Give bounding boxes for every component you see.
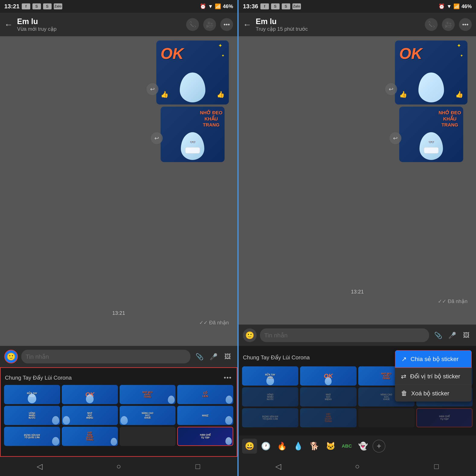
video-icon-left[interactable]: 🎥 [203, 18, 216, 31]
emoji-tray-smiley[interactable]: 😀 [242, 439, 257, 454]
fb-icon-right: f [260, 3, 269, 9]
nav-home-right[interactable]: ○ [349, 458, 366, 475]
emoji-button-right[interactable]: 🙂 [243, 328, 256, 342]
sticker-more-left[interactable]: ••• [223, 373, 232, 382]
time-left: 13:21 [4, 3, 20, 10]
sticker-panel-title-right: Chung Tay Đẩy Lùi Corona [243, 354, 310, 361]
sparkle1-right: ✦ [457, 43, 461, 49]
nav-recent-right[interactable]: □ [428, 458, 445, 475]
sticker-ok-big: OK ✦ ✦ 👍 👍 [156, 40, 229, 104]
sticker-rua-tay-left[interactable]: RỬA TAY NÀO [4, 385, 60, 404]
message-input-left[interactable]: Tin nhắn [21, 350, 190, 363]
emoji-tray-cat[interactable]: 🐱 [323, 439, 338, 454]
signal-icon-right: 📶 [453, 3, 460, 9]
attach-icon-right[interactable]: 📎 [432, 330, 443, 341]
forward-btn-mask[interactable]: ↩ [151, 132, 163, 144]
back-button-left[interactable]: ← [4, 20, 13, 29]
chat-timestamp-left: 13:21 [112, 310, 125, 316]
forward-btn-ok[interactable]: ↩ [147, 83, 158, 95]
phone-icon-left[interactable]: 📞 [186, 18, 199, 31]
delete-sticker-label: Xoá bộ sticker [411, 390, 449, 397]
status-bar-right: 13:36 f S S Zalo ⏰ ▼ 📶 46% [239, 0, 476, 13]
sparkle2: ✦ [221, 53, 224, 58]
sparkle2-right: ✦ [460, 53, 463, 58]
more-icon-right[interactable]: ••• [459, 18, 472, 31]
phone-icon-right[interactable]: 📞 [425, 18, 438, 31]
signal-icon: 📶 [215, 3, 221, 9]
sticker-viet-nam-left[interactable]: VIỆT NAM QUYẾT THẮNG [62, 427, 118, 446]
sticker-han-che-left[interactable]: HẠN CHẾ TỤ TẬP [177, 427, 233, 446]
ok-text-big-right: OK [399, 45, 422, 62]
shop2-icon: S [43, 3, 51, 9]
emoji-tray-fire[interactable]: 🔥 [274, 439, 289, 454]
nav-back-left[interactable]: ◁ [31, 458, 48, 475]
user-info-left: Em lu Vừa mới truy cập [17, 17, 182, 32]
sticker-dung-yen-left[interactable]: ĐỪNG VÉN KHI TỔ QUỐC CẦN [4, 427, 60, 446]
chat-timestamp-right: 13:21 [351, 289, 364, 295]
sticker-grid-left: RỬA TAY NÀO OK NHỚ ĐEO KHẨU TRANG CỐ LÊN… [4, 385, 233, 446]
sticker-mask-big-right: NHỚ ĐEOKHẨUTRANG 👓 [399, 107, 463, 162]
sticker-han-che-right[interactable]: HẠN CHẾ TỤ TẬP [416, 408, 473, 427]
sticker-suc-mieng-right[interactable]: NHỚ SÚC MIỆNG [300, 387, 356, 407]
chat-header-left: ← Em lu Vừa mới truy cập 📞 🎥 ••• [0, 13, 237, 36]
emoji-tray-add[interactable]: + [373, 440, 385, 453]
image-icon-right[interactable]: 🖼 [461, 330, 472, 341]
battery-left: 46% [223, 3, 233, 9]
back-button-right[interactable]: ← [243, 20, 252, 29]
nav-bar-left: ◁ ○ □ [0, 457, 237, 476]
received-status-left: ✓✓ Đã nhận [199, 320, 229, 326]
image-icon-left[interactable]: 🖼 [222, 351, 233, 362]
message-input-right[interactable]: Tin nhắn [260, 328, 429, 342]
thumb-right: 👍 [217, 91, 224, 98]
sticker-panel-right: Chung Tay Đẩy Lùi Corona ••• RỬA TAY NÀO… [239, 346, 476, 436]
emoji-button-left[interactable]: 🙂 [4, 350, 18, 363]
forward-btn-ok-right[interactable]: ↩ [385, 83, 397, 95]
sticker-panel-header-left: Chung Tay Đẩy Lùi Corona ••• [4, 371, 233, 385]
left-panel: 13:21 f S S Zalo ⏰ ▼ 📶 46% ← Em lu Vừa m… [0, 0, 237, 476]
emoji-tray-abc[interactable]: ABC [339, 439, 354, 454]
video-icon-right[interactable]: 🎥 [442, 18, 455, 31]
glasses-icon: 👓 [190, 139, 196, 145]
wifi-icon: ▼ [208, 3, 213, 9]
dropdown-reorder-sticker[interactable]: ⇄ Đổi vị trí bộ sticker [395, 368, 472, 385]
emoji-tray-ghost[interactable]: 👻 [356, 439, 371, 454]
sticker-dung-yen-right[interactable]: ĐỪNG VÉN KHI TỔ QUỐC CẦN [242, 408, 298, 427]
sticker-ok-left[interactable]: OK [62, 385, 118, 404]
sticker-haiz-left[interactable]: HAIZ [177, 406, 233, 425]
sticker-suc-mieng-left[interactable]: NHỚ SÚC MIỆNG [62, 406, 118, 425]
more-icon-left[interactable]: ••• [220, 18, 233, 31]
forward-btn-mask-right[interactable]: ↩ [390, 132, 401, 144]
sticker-nang-suc-left[interactable]: NÂNG CAO SỨC KHOẺ [120, 406, 176, 425]
dropdown-share-sticker[interactable]: ↗ Chia sẻ bộ sticker [395, 350, 472, 368]
nav-recent-left[interactable]: □ [189, 458, 206, 475]
thumb-right-right: 👍 [455, 91, 463, 98]
mic-icon-left[interactable]: 🎤 [208, 351, 219, 362]
sticker-uong-nuoc-left[interactable]: UỐNG NHIỀU NƯỚC [4, 406, 60, 425]
nav-back-right[interactable]: ◁ [270, 458, 287, 475]
input-bar-left: 🙂 Tin nhắn 📎 🎤 🖼 [0, 346, 237, 367]
mic-icon-right[interactable]: 🎤 [447, 330, 458, 341]
emoji-tray-water[interactable]: 💧 [291, 439, 306, 454]
nav-home-left[interactable]: ○ [110, 458, 127, 475]
delete-icon: 🗑 [401, 390, 407, 397]
header-icons-right: 📞 🎥 ••• [425, 18, 472, 31]
user-info-right: Em lu Truy cập 15 phút trước [256, 17, 421, 32]
sticker-rua-tay-right[interactable]: RỬA TAY NÀO [242, 366, 298, 386]
user-status-left: Vừa mới truy cập [17, 26, 182, 32]
sticker-ok-right[interactable]: OK [300, 366, 356, 386]
sticker-viet-nam-right[interactable]: VIỆT NAM QUYẾT THẮNG [300, 408, 356, 427]
sticker-uong-nuoc-right[interactable]: UỐNG NHIỀU NƯỚC [242, 387, 298, 407]
attach-icon-left[interactable]: 📎 [194, 351, 205, 362]
emoji-tray-dog[interactable]: 🐕 [307, 439, 322, 454]
emoji-tray-right: 😀 🕐 🔥 💧 🐕 🐱 ABC 👻 + [239, 436, 476, 457]
sticker-panel-title-left: Chung Tay Đẩy Lùi Corona [5, 374, 72, 381]
ok-text-big: OK [161, 45, 184, 62]
time-right: 13:36 [243, 3, 258, 10]
sticker-khau-trang-left[interactable]: NHỚ ĐEO KHẨU TRANG [120, 385, 176, 404]
received-status-right: ✓✓ Đã nhận [438, 298, 467, 304]
right-panel: 13:36 f S S Zalo ⏰ ▼ 📶 46% ← Em lu Truy … [239, 0, 476, 476]
sticker-co-len-left[interactable]: CỐ LÊN [177, 385, 233, 404]
emoji-tray-recent[interactable]: 🕐 [258, 439, 273, 454]
dropdown-delete-sticker[interactable]: 🗑 Xoá bộ sticker [395, 385, 472, 402]
nav-bar-right: ◁ ○ □ [239, 457, 476, 476]
